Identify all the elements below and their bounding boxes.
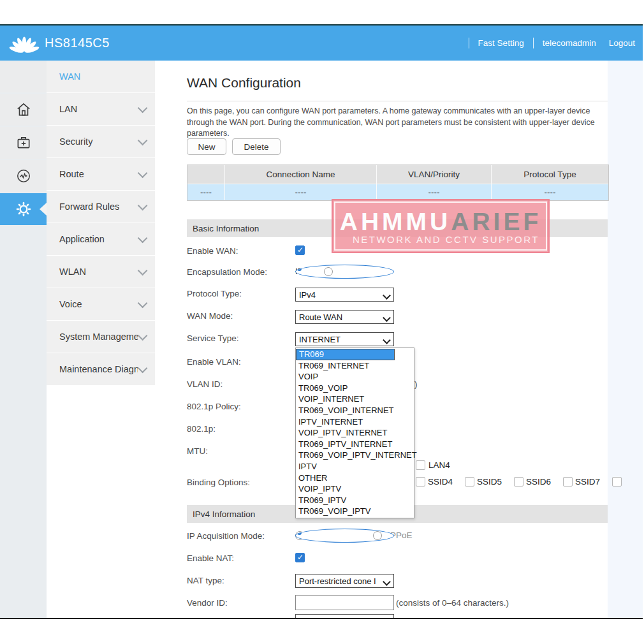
pppoe-acq-radio[interactable] — [373, 531, 382, 540]
wan-connections-table: Connection NameVLAN/PriorityProtocol Typ… — [187, 165, 609, 201]
dropdown-option[interactable]: TR069_IPTV_INTERNET — [296, 439, 414, 450]
dropdown-option[interactable]: IPTV_INTERNET — [296, 416, 414, 428]
section-title: Basic Information — [193, 224, 259, 233]
dropdown-option[interactable]: IPTV — [296, 461, 414, 472]
page-title: WAN Configuration — [187, 75, 301, 91]
enable-wan-checkbox[interactable] — [295, 245, 305, 255]
table-cell: ---- — [187, 184, 225, 200]
ipoe-radio[interactable] — [295, 265, 394, 279]
fast-setting-link[interactable]: Fast Setting — [478, 38, 524, 48]
table-header-cell: VLAN/Priority — [377, 165, 492, 184]
sidebar-item-forward-rules[interactable]: Forward Rules — [47, 191, 155, 223]
service-type-label: Service Type: — [187, 333, 239, 343]
ssid4-checkbox[interactable] — [416, 477, 425, 487]
sidebar-item-lan[interactable]: LAN — [47, 93, 155, 125]
sidebar-item-security[interactable]: Security — [47, 126, 155, 157]
header-separator — [533, 38, 534, 48]
rail-blank-block — [0, 61, 47, 92]
binding-ssid-row: SSID4SSID5SSID6SSID7 — [416, 477, 622, 487]
delete-button[interactable]: Delete — [232, 138, 281, 155]
lan4-label: LAN4 — [428, 460, 450, 470]
watermark-title-gray: ARIEF — [451, 208, 541, 235]
ssid4-label: SSID4 — [428, 477, 453, 487]
service-type-select[interactable]: INTERNET — [295, 332, 394, 346]
sidebar-item-label: Maintenance Diagno.. — [59, 364, 138, 374]
vendor-id-input[interactable] — [295, 595, 394, 610]
table-header-cell: Connection Name — [225, 165, 377, 184]
nat-type-select[interactable]: Port-restricted cone I — [295, 574, 394, 588]
wan-mode-select[interactable]: Route WAN — [295, 310, 394, 324]
8021p-label: 802.1p: — [187, 424, 216, 434]
encapsulation-mode-label: Encapsulation Mode: — [187, 267, 267, 277]
dropdown-option[interactable]: VOIP_IPTV_INTERNET — [296, 427, 414, 439]
dropdown-option[interactable]: OTHER — [296, 472, 414, 484]
chevron-down-icon — [138, 330, 148, 340]
service-type-dropdown: TR069INTERNETTR069_INTERNETVOIPTR069_VOI… — [295, 348, 414, 518]
ssid5-checkbox[interactable] — [465, 477, 474, 487]
top-margin — [0, 0, 644, 24]
encapsulation-radio-group: IPoE PPPoE — [295, 267, 371, 276]
ssid-binding-item: SSID6 — [514, 477, 551, 487]
enable-nat-checkbox[interactable] — [295, 553, 305, 562]
sidebar-item-wan[interactable]: WAN — [47, 61, 155, 92]
huawei-logo-icon — [9, 31, 40, 56]
watermark-title: AHMMUARIEF — [340, 209, 541, 234]
nat-type-value: Port-restricted cone I — [299, 576, 376, 586]
gauge-icon[interactable] — [0, 160, 47, 192]
vendor-id-label: Vendor ID: — [187, 598, 228, 608]
sidebar-item-route[interactable]: Route — [47, 158, 155, 190]
sidebar-item-maintenance-diagno[interactable]: Maintenance Diagno.. — [47, 353, 155, 385]
sidebar-item-label: Security — [59, 136, 138, 147]
dropdown-option[interactable]: VOIP — [296, 371, 414, 383]
sidebar-item-system-management[interactable]: System Management — [47, 321, 155, 353]
chevron-down-icon — [138, 265, 148, 275]
nat-type-label: NAT type: — [187, 576, 224, 585]
8021p-policy-label: 802.1p Policy: — [187, 402, 241, 411]
new-button[interactable]: New — [187, 138, 226, 155]
first-aid-kit-icon[interactable] — [0, 127, 47, 159]
title-divider — [187, 101, 608, 101]
sidebar-item-label: WAN — [59, 71, 145, 82]
home-icon[interactable] — [0, 94, 47, 126]
extra-binding-checkbox[interactable] — [612, 477, 622, 487]
watermark-subtitle: NETWORK AND CCTV SUPPORT — [353, 234, 539, 245]
sidebar-item-application[interactable]: Application — [47, 223, 155, 255]
table-row[interactable]: ---------------- — [187, 184, 608, 200]
dropdown-option[interactable]: TR069_VOIP_IPTV_INTERNET — [296, 450, 414, 461]
ssid-binding-item: SSID5 — [465, 477, 502, 487]
ssid6-label: SSID6 — [526, 477, 551, 487]
ip-acquisition-mode-label: IP Acquisition Mode: — [187, 531, 265, 541]
table-header-cell — [187, 165, 225, 184]
ssid7-checkbox[interactable] — [563, 477, 573, 487]
dropdown-option[interactable]: TR069_INTERNET — [296, 360, 414, 372]
binding-lan-row: LAN4 — [416, 460, 450, 470]
dropdown-option[interactable]: VOIP_INTERNET — [296, 393, 414, 405]
dropdown-option[interactable]: TR069_VOIP_INTERNET — [296, 405, 414, 416]
ssid6-checkbox[interactable] — [514, 477, 523, 487]
bottom-margin — [0, 619, 644, 644]
dropdown-option[interactable]: TR069_IPTV — [296, 495, 414, 506]
ssid7-label: SSID7 — [575, 477, 600, 487]
chevron-down-icon — [138, 168, 148, 178]
chevron-down-icon — [138, 363, 148, 373]
sidebar-item-label: System Management — [59, 332, 138, 342]
protocol-type-label: Protocol Type: — [187, 289, 242, 298]
router-admin-screen: HS8145C5 Fast Setting telecomadmin Logou… — [0, 0, 644, 644]
logout-link[interactable]: Logout — [609, 38, 635, 48]
gear-icon[interactable] — [0, 193, 47, 225]
dropdown-option[interactable]: TR069 — [296, 349, 395, 360]
mtu-label: MTU: — [187, 446, 208, 456]
lan4-checkbox[interactable] — [416, 460, 425, 470]
sidebar-item-wlan[interactable]: WLAN — [47, 256, 155, 288]
dropdown-option[interactable]: TR069_VOIP — [296, 383, 414, 394]
enable-vlan-label: Enable VLAN: — [187, 357, 241, 367]
sidebar-item-label: Route — [59, 169, 138, 179]
dropdown-option[interactable]: VOIP_IPTV — [296, 483, 414, 495]
protocol-type-select[interactable]: IPv4 — [295, 288, 394, 302]
dropdown-option[interactable]: TR069_VOIP_IPTV — [296, 506, 414, 517]
header-separator — [469, 38, 469, 48]
table-cell: ---- — [492, 184, 608, 200]
pppoe-radio[interactable] — [324, 267, 333, 276]
ssid-binding-item: SSID4 — [416, 477, 453, 487]
sidebar-item-voice[interactable]: Voice — [47, 288, 155, 320]
